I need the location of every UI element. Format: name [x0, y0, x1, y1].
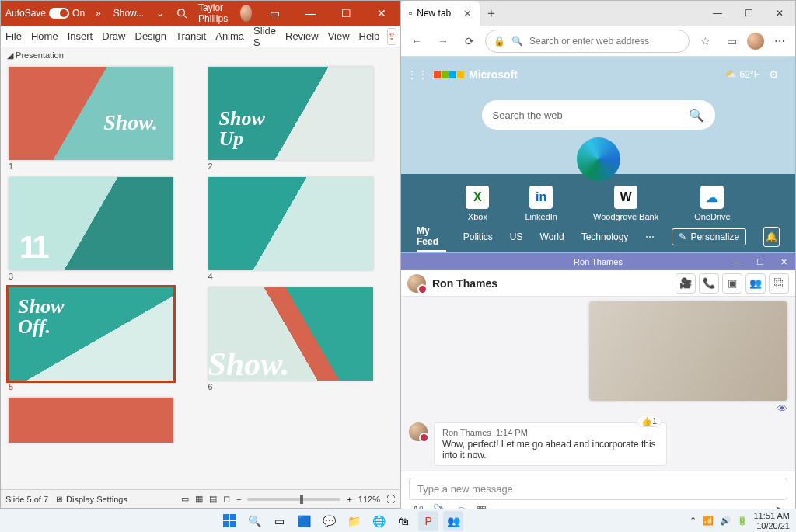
teams-maximize[interactable]: ☐: [749, 253, 772, 270]
feed-tab-myfeed[interactable]: My Feed: [417, 222, 446, 252]
zoom-out[interactable]: −: [236, 495, 241, 504]
zoom-in[interactable]: +: [347, 495, 351, 504]
minimize-button[interactable]: —: [292, 1, 328, 26]
new-tab-button[interactable]: ＋: [480, 5, 503, 22]
feed-tab-world[interactable]: World: [540, 228, 564, 245]
popout-icon[interactable]: ⿻: [769, 273, 789, 294]
ribbon-tab-design[interactable]: Design: [131, 26, 171, 47]
ribbon-tab-animations[interactable]: Anima: [211, 26, 249, 47]
doc-name-caret[interactable]: ⌄: [150, 8, 170, 19]
reaction-badge[interactable]: 👍1: [637, 416, 662, 427]
contact-avatar[interactable]: [407, 274, 426, 293]
teams-titlebar[interactable]: Ron Thames — ☐ ✕: [401, 253, 795, 270]
quicklink-woodgrove[interactable]: WWoodgrove Bank: [593, 186, 658, 221]
taskbar-search-icon[interactable]: 🔍: [244, 511, 264, 531]
sender-avatar[interactable]: [409, 422, 428, 441]
tab-close-icon[interactable]: ✕: [463, 8, 472, 19]
autosave-toggle[interactable]: AutoSave On: [1, 8, 89, 19]
site-info-icon[interactable]: 🔒: [494, 36, 505, 47]
video-call-icon[interactable]: 🎥: [676, 273, 696, 294]
quicklink-xbox[interactable]: XXbox: [466, 186, 489, 221]
app-launcher-icon[interactable]: ⋮⋮⋮: [412, 64, 434, 85]
slide-sorter[interactable]: Show. 1 Show Up 2 11 3 4: [1, 64, 400, 489]
start-button[interactable]: [219, 511, 239, 531]
presentation-collapse[interactable]: ◢ Presentation: [1, 47, 400, 64]
edge-profile[interactable]: [747, 33, 764, 50]
maximize-button[interactable]: ☐: [328, 1, 364, 26]
view-slideshow-icon[interactable]: ◻: [223, 494, 230, 504]
ribbon-tab-insert[interactable]: Insert: [63, 26, 98, 47]
status-slide[interactable]: Slide 5 of 7: [5, 495, 48, 504]
messages-list[interactable]: 👁 👍1 Ron Thames 1:14 PM Wow, perfect! Le…: [401, 297, 795, 471]
battery-icon[interactable]: 🔋: [737, 516, 748, 526]
personalize-button[interactable]: ✎ Personalize: [672, 228, 746, 245]
forward-button[interactable]: →: [432, 30, 454, 52]
back-button[interactable]: ←: [406, 30, 428, 52]
slide-thumb-1[interactable]: Show. 1: [9, 67, 193, 171]
edge-maximize[interactable]: ☐: [733, 1, 764, 26]
task-view-icon[interactable]: ▭: [269, 511, 289, 531]
powerpoint-taskbar-icon[interactable]: P: [418, 511, 438, 531]
quicklink-linkedin[interactable]: inLinkedIn: [525, 186, 557, 221]
teams-taskbar-icon[interactable]: 👥: [443, 511, 463, 531]
screenshare-icon[interactable]: ▣: [722, 273, 742, 294]
share-button[interactable]: ⇪: [387, 28, 396, 45]
ribbon-display-options[interactable]: ▭: [257, 1, 292, 26]
ribbon-tab-draw[interactable]: Draw: [97, 26, 130, 47]
read-receipt-icon[interactable]: 👁: [409, 402, 787, 415]
slide-thumb-5[interactable]: Show Off. 5: [9, 287, 193, 391]
search-submit-icon[interactable]: 🔍: [689, 108, 704, 123]
volume-icon[interactable]: 🔊: [720, 516, 731, 526]
fit-slide-icon[interactable]: ⛶: [386, 495, 395, 504]
view-sorter-icon[interactable]: ▦: [195, 494, 203, 504]
chat-icon[interactable]: 💬: [319, 511, 339, 531]
ribbon-tab-transitions[interactable]: Transit: [171, 26, 211, 47]
edge-taskbar-icon[interactable]: 🌐: [368, 511, 389, 531]
compose-box[interactable]: Type a new message: [409, 478, 787, 500]
zoom-slider[interactable]: [247, 498, 340, 501]
ribbon-tab-home[interactable]: Home: [26, 26, 63, 47]
store-icon[interactable]: 🛍: [393, 511, 414, 531]
slide-thumb-4[interactable]: 4: [208, 177, 393, 281]
browser-tab[interactable]: ▫ New tab ✕: [401, 1, 480, 26]
autosave-switch[interactable]: [49, 8, 69, 19]
ribbon-tab-file[interactable]: File: [1, 26, 26, 47]
teams-close[interactable]: ✕: [772, 253, 795, 270]
view-normal-icon[interactable]: ▭: [181, 494, 189, 504]
refresh-button[interactable]: ⟳: [459, 30, 480, 52]
ribbon-tab-help[interactable]: Help: [354, 26, 385, 47]
teams-minimize[interactable]: —: [725, 253, 749, 270]
close-button[interactable]: ✕: [364, 1, 400, 26]
wifi-icon[interactable]: 📶: [703, 516, 714, 526]
zoom-percent[interactable]: 112%: [358, 495, 380, 504]
address-bar[interactable]: 🔒 🔍 Search or enter web address: [485, 30, 690, 53]
slide-thumb-2[interactable]: Show Up 2: [208, 67, 393, 171]
feed-tab-us[interactable]: US: [510, 228, 523, 245]
ribbon-tab-review[interactable]: Review: [281, 26, 323, 47]
view-reading-icon[interactable]: ▤: [209, 494, 217, 504]
add-people-icon[interactable]: 👥: [745, 273, 766, 294]
document-name[interactable]: Show...: [107, 8, 150, 19]
quicklink-onedrive[interactable]: ☁OneDrive: [694, 186, 730, 221]
edge-logo[interactable]: [577, 137, 620, 181]
feed-tab-more[interactable]: ⋯: [645, 228, 655, 245]
qa-overflow[interactable]: »: [89, 8, 107, 19]
widgets-icon[interactable]: 🟦: [294, 511, 314, 531]
search-icon[interactable]: [170, 8, 194, 19]
contact-name[interactable]: Ron Thames: [432, 277, 498, 290]
image-message[interactable]: [589, 301, 787, 401]
clock[interactable]: 11:51 AM 10/20/21: [754, 511, 790, 530]
notifications-icon[interactable]: 🔔: [763, 227, 780, 247]
tray-overflow-icon[interactable]: ⌃: [690, 516, 696, 526]
edge-close[interactable]: ✕: [764, 1, 795, 26]
display-settings[interactable]: 🖥 Display Settings: [54, 495, 127, 504]
slide-thumb-7[interactable]: [9, 398, 193, 443]
feed-tab-politics[interactable]: Politics: [463, 228, 493, 245]
web-search-box[interactable]: Search the web 🔍: [482, 100, 715, 130]
menu-icon[interactable]: ⋯: [769, 30, 791, 52]
ribbon-tab-slideshow[interactable]: Slide S: [249, 26, 281, 47]
account-button[interactable]: Taylor Phillips: [194, 2, 257, 24]
page-settings-icon[interactable]: ⚙: [763, 64, 784, 85]
favorite-icon[interactable]: ☆: [694, 30, 716, 52]
ribbon-tab-view[interactable]: View: [323, 26, 354, 47]
